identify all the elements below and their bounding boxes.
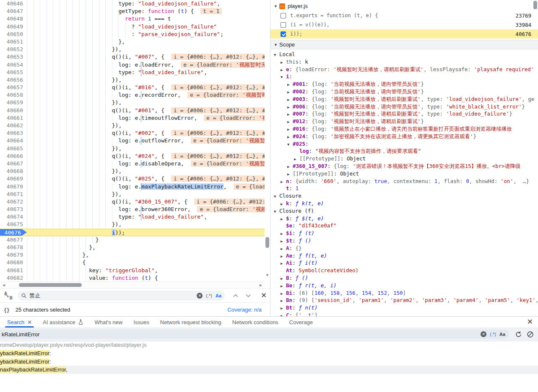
line-number[interactable]: 40655 (0, 69, 27, 76)
line-number[interactable]: 40661 (0, 114, 27, 122)
match-case-toggle[interactable]: Aa (216, 293, 221, 298)
search-query-input[interactable] (1, 331, 481, 338)
line-number[interactable]: 40682 (0, 274, 27, 282)
scope-row[interactable]: ▶k: ƒ k(t, e) (270, 200, 538, 207)
expand-triangle-icon[interactable]: ▶ (287, 104, 293, 111)
line-number[interactable]: 40667 (0, 160, 27, 168)
code-line[interactable]: 40663q()(i, "#002", { i = {#006: {…}, #0… (0, 129, 265, 137)
expand-triangle-icon[interactable]: ▶ (281, 283, 286, 289)
breakpoint-entry[interactable]: i));40676 (270, 29, 538, 39)
scope-row[interactable]: ▶#006: {log: '当前视频无法播放，请向管理员反馈', type: '… (270, 103, 538, 111)
line-number[interactable]: 40649 (0, 23, 27, 31)
find-previous-button[interactable] (231, 291, 241, 301)
line-number[interactable]: 40646 (0, 0, 27, 8)
scope-row[interactable]: At: Symbol(createVideo) (270, 267, 538, 274)
breakpoint-entry[interactable]: t.exports = function (t, e) {23769 (270, 11, 538, 20)
search-result-line[interactable]: ybackRateLimitError: (0, 358, 538, 366)
code-line[interactable]: 40673log: e.brower360Error, e = {loadErr… (0, 206, 265, 213)
code-line[interactable]: 40651}, (0, 38, 265, 46)
expand-triangle-icon[interactable]: ▶ (281, 178, 286, 185)
scope-row[interactable]: ▶Ai: ƒ i(t) (270, 259, 538, 267)
scope-row[interactable]: ▶this: k (270, 58, 538, 66)
breakpoint-file-group[interactable]: ▼ ‹› player.js (270, 1, 308, 11)
line-number[interactable]: 40677 (0, 236, 27, 244)
expand-triangle-icon[interactable]: ▶ (281, 238, 286, 245)
code-line[interactable]: 40676i)); (0, 229, 265, 236)
expand-triangle-icon[interactable]: ▶ (287, 119, 293, 125)
scope-row[interactable]: ▶n: {width: '660', autoplay: true, conte… (270, 178, 538, 185)
expand-triangle-icon[interactable]: ▼ (281, 74, 286, 80)
scroll-left-arrow-icon[interactable]: ◄ (2, 282, 6, 288)
line-number[interactable]: 40679 (0, 251, 27, 259)
scope-row[interactable]: ▼#025: (270, 140, 538, 148)
line-number[interactable]: 40662 (0, 122, 27, 129)
scope-row[interactable]: ▶#360_15_007: {log: '浏览器错误！本视频暂不支持【360安全… (270, 162, 538, 170)
drawer-tab-network-conditions[interactable]: Network conditions (227, 317, 284, 328)
code-line[interactable]: 40662}), (0, 122, 265, 129)
clear-find-icon[interactable]: ✕ (197, 293, 203, 299)
close-tab-icon[interactable]: ✕ (27, 319, 32, 325)
scope-row[interactable]: $e: "d1f43ce0af" (270, 222, 538, 230)
code-line[interactable]: 40660q()(i, "#001", { i = {#006: {…}, #0… (0, 107, 265, 114)
horizontal-scroll-thumb[interactable] (19, 283, 82, 287)
line-number[interactable]: 40674 (0, 213, 27, 221)
line-number[interactable]: 40651 (0, 38, 27, 46)
scope-row[interactable]: ▶e: {loadError: '视频暂时无法播放，请稍后刷新重试', less… (270, 66, 538, 73)
code-line[interactable]: 40652}), (0, 46, 265, 53)
scroll-down-arrow-icon[interactable]: ▼ (265, 273, 270, 277)
code-line[interactable]: 40671}), (0, 191, 265, 198)
code-line[interactable]: 40646type: "load_videojson_failure", (0, 0, 265, 8)
replace-toggle-icon[interactable]: A B (3, 291, 14, 300)
code-line[interactable]: 40668}), (0, 168, 265, 175)
clear-results-icon[interactable] (527, 331, 534, 338)
code-line[interactable]: 40666q()(i, "#024", { i = {#006: {…}, #0… (0, 152, 265, 160)
code-line[interactable]: 40655type: "load_video_failure", (0, 69, 265, 76)
expand-triangle-icon[interactable]: ▶ (281, 201, 286, 207)
expand-triangle-icon[interactable]: ▶ (287, 134, 293, 140)
scope-row[interactable]: ▶Bn: (9) ['session_id', 'param1', 'param… (270, 297, 538, 304)
code-line[interactable]: 40664log: e.outflowError, e = {loadError… (0, 137, 265, 144)
scope-row[interactable]: ▶$: ƒ $(t, e) (270, 215, 538, 222)
scope-row[interactable]: ▼i: (270, 73, 538, 80)
search-result-line[interactable]: naxPlaybackRateLimitError, (0, 366, 538, 374)
search-result-file[interactable]: romeDevelop/player.polyv.net/resp/vod-pl… (0, 341, 538, 349)
code-line[interactable]: 40670log: e.maxPlaybackRateLimitError, e… (0, 183, 265, 191)
expand-triangle-icon[interactable]: ▶ (287, 126, 293, 133)
expand-triangle-icon[interactable]: ▶ (281, 260, 286, 267)
line-number[interactable]: 40647 (0, 8, 27, 15)
line-number[interactable]: 40663 (0, 129, 27, 137)
pretty-print-icon[interactable]: { } (4, 307, 9, 313)
scope-row[interactable]: ▼Local (270, 51, 538, 58)
clear-search-icon[interactable]: ✕ (481, 331, 486, 337)
line-number[interactable]: 40648 (0, 15, 27, 23)
scope-row[interactable]: ▶#002: {log: '当前视频无法播放，请向管理员反馈'} (270, 88, 538, 95)
line-number[interactable]: 40670 (0, 183, 27, 191)
line-number[interactable]: 40675 (0, 221, 27, 228)
code-line[interactable]: 40647getType: function (t) { t = 1 (0, 8, 265, 15)
expand-triangle-icon[interactable]: ▶ (287, 163, 293, 170)
line-number[interactable]: 40669 (0, 175, 27, 183)
code-line[interactable]: 40677} (0, 236, 265, 244)
collapse-triangle-icon[interactable]: ▼ (274, 43, 279, 47)
scope-row[interactable]: ▼Closure (270, 192, 538, 200)
line-number[interactable]: 40673 (0, 206, 27, 213)
line-number[interactable]: 40652 (0, 46, 27, 53)
drawer-tab-ai-assistance[interactable]: AI assistance (37, 317, 89, 328)
expand-triangle-icon[interactable]: ▶ (287, 89, 293, 95)
code-line[interactable]: 40658log: e.recordError, e = {loadError:… (0, 91, 265, 99)
expand-triangle-icon[interactable]: ▶ (294, 156, 299, 162)
scope-row[interactable]: ▶#001: {log: '当前视频无法播放，请向管理员反馈'} (270, 80, 538, 88)
drawer-tab-what-s-new[interactable]: What's new (89, 317, 128, 328)
sidebar-scroll-thumb[interactable] (533, 1, 537, 9)
code-line[interactable]: 40667log: e.disableOpera, e = {loadError… (0, 160, 265, 168)
search-result-line[interactable]: ybackRateLimitError: (0, 349, 538, 358)
expand-triangle-icon[interactable]: ▼ (274, 193, 279, 200)
drawer-tab-network-request-blocking[interactable]: Network request blocking (155, 317, 227, 328)
code-line[interactable]: 40649? "load_videojson_failure" (0, 23, 265, 31)
drawer-tab-issues[interactable]: Issues (128, 317, 155, 328)
expand-triangle-icon[interactable]: ▶ (281, 290, 286, 297)
expand-triangle-icon[interactable]: ▼ (274, 208, 279, 215)
code-line[interactable]: 40680{ (0, 259, 265, 266)
code-line[interactable]: 40675}), (0, 221, 265, 228)
find-input[interactable] (29, 292, 197, 299)
